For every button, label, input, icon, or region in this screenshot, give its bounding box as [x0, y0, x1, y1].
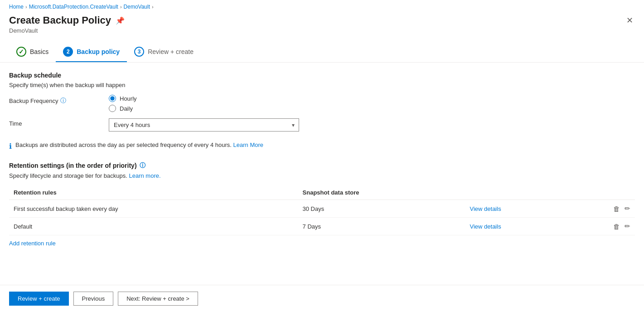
col-actions [568, 185, 635, 200]
step-basics-label: Basics [30, 48, 48, 55]
step-basics[interactable]: ✓ Basics [9, 43, 56, 62]
time-label: Time [9, 118, 109, 127]
close-icon[interactable]: ✕ [625, 14, 635, 27]
row1-actions: 🗑 ✏ [572, 205, 630, 213]
page-header: Create Backup Policy 📌 ✕ [0, 12, 644, 27]
row2-actions: 🗑 ✏ [572, 222, 630, 230]
retention-learn-more-link[interactable]: Learn more. [129, 172, 160, 179]
row1-view-cell: View details [465, 200, 568, 218]
col-snapshot-store: Snapshot data store [298, 185, 465, 200]
row1-action-cell: 🗑 ✏ [568, 200, 635, 218]
step-basics-circle: ✓ [16, 47, 26, 57]
row2-snapshot: 7 Days [298, 218, 465, 235]
table-row: First successful backup taken every day … [9, 200, 635, 218]
time-row: Time Every 1 hour Every 2 hours Every 4 … [9, 118, 635, 132]
step-review-create-label: Review + create [148, 48, 194, 55]
backup-schedule-subtitle: Specify time(s) when the backup will hap… [9, 82, 635, 88]
retention-info-icon[interactable]: ⓘ [140, 161, 145, 170]
row2-action-cell: 🗑 ✏ [568, 218, 635, 235]
retention-section: Retention settings (in the order of prio… [9, 161, 635, 247]
info-banner: ℹ Backups are distributed across the day… [9, 138, 635, 158]
step-backup-policy-circle: 2 [63, 47, 73, 57]
radio-hourly-input[interactable] [109, 95, 116, 102]
row2-rule: Default [9, 218, 298, 235]
table-row: Default 7 Days View details 🗑 ✏ [9, 218, 635, 235]
retention-title: Retention settings (in the order of prio… [9, 161, 635, 170]
next-button[interactable]: Next: Review + create > [118, 292, 198, 306]
breadcrumb-create-vault[interactable]: Microsoft.DataProtection.CreateVault [29, 4, 118, 10]
page-title: Create Backup Policy [9, 15, 111, 26]
radio-daily-input[interactable] [109, 105, 116, 112]
row2-view-cell: View details [465, 218, 568, 235]
backup-schedule-title: Backup schedule [9, 72, 635, 79]
breadcrumb-demo-vault[interactable]: DemoVault [124, 4, 150, 10]
backup-frequency-row: Backup Frequency ⓘ Hourly Daily [9, 95, 635, 112]
wizard-steps: ✓ Basics 2 Backup policy 3 Review + crea… [0, 39, 644, 63]
page-subtitle: DemoVault [0, 27, 644, 39]
previous-button[interactable]: Previous [73, 292, 114, 306]
main-content: Backup schedule Specify time(s) when the… [0, 63, 644, 285]
retention-table: Retention rules Snapshot data store Firs… [9, 185, 635, 235]
row1-rule: First successful backup taken every day [9, 200, 298, 218]
col-retention-rules: Retention rules [9, 185, 298, 200]
frequency-info-icon[interactable]: ⓘ [60, 97, 66, 105]
breadcrumb-home[interactable]: Home [9, 4, 24, 10]
info-circle-icon: ℹ [9, 142, 12, 151]
learn-more-link[interactable]: Learn More [233, 141, 263, 148]
row1-delete-icon[interactable]: 🗑 [613, 205, 620, 213]
footer: Review + create Previous Next: Review + … [0, 285, 644, 312]
row2-edit-icon[interactable]: ✏ [625, 222, 630, 230]
step-backup-policy-label: Backup policy [77, 48, 120, 55]
radio-hourly-label: Hourly [120, 95, 137, 102]
step-review-create[interactable]: 3 Review + create [127, 43, 201, 62]
add-retention-rule-link[interactable]: Add retention rule [9, 240, 56, 247]
frequency-radio-group: Hourly Daily [109, 95, 635, 112]
time-dropdown-wrapper: Every 1 hour Every 2 hours Every 4 hours… [109, 118, 299, 132]
radio-daily[interactable]: Daily [109, 105, 635, 112]
time-dropdown[interactable]: Every 1 hour Every 2 hours Every 4 hours… [109, 118, 299, 132]
radio-hourly[interactable]: Hourly [109, 95, 635, 102]
row2-view-details-link[interactable]: View details [470, 223, 501, 230]
row1-edit-icon[interactable]: ✏ [625, 205, 630, 213]
row1-snapshot: 30 Days [298, 200, 465, 218]
radio-daily-label: Daily [120, 105, 133, 112]
row2-delete-icon[interactable]: 🗑 [613, 223, 620, 230]
backup-frequency-label: Backup Frequency ⓘ [9, 95, 109, 105]
breadcrumb: Home › Microsoft.DataProtection.CreateVa… [0, 0, 644, 12]
col-view-details [465, 185, 568, 200]
info-banner-text: Backups are distributed across the day a… [15, 141, 263, 148]
row1-view-details-link[interactable]: View details [470, 205, 501, 212]
pin-icon[interactable]: 📌 [116, 16, 125, 25]
step-backup-policy[interactable]: 2 Backup policy [56, 43, 127, 62]
step-review-create-circle: 3 [134, 47, 144, 57]
retention-subtitle: Specify lifecycle and storage tier for b… [9, 172, 635, 179]
review-create-button[interactable]: Review + create [9, 292, 69, 306]
